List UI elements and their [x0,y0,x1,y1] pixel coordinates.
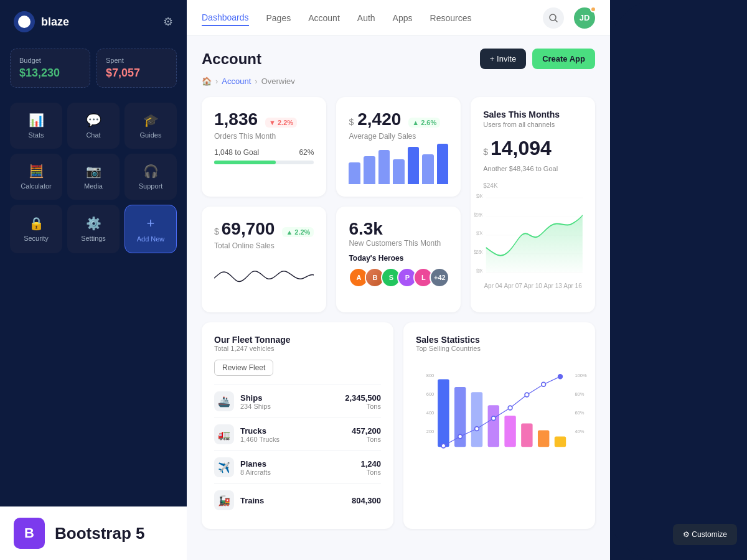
sidebar-item-calculator[interactable]: 🧮 Calculator [10,154,62,200]
fleet-row-trains: 🚂 Trains 804,300 [214,483,381,516]
sidebar-item-guides[interactable]: 🎓 Guides [125,103,177,149]
svg-text:$13.5K: $13.5K [474,249,483,254]
bar-chart-bar-3 [471,392,482,447]
sales-month-card: Sales This Months Users from all channel… [471,97,595,312]
nav-link-resources[interactable]: Resources [430,11,472,26]
right-panel: ⚙ Customize [610,0,747,560]
search-button[interactable] [543,7,564,29]
goal-label: 1,048 to Goal [214,148,259,157]
breadcrumb-current: Overwiev [261,77,295,86]
planes-sub: 8 Aircrafts [240,469,271,476]
wave-chart [214,256,314,300]
sales-month-value: 14,094 [491,137,552,160]
trucks-unit: Tons [352,436,381,443]
nav-grid: 📊 Stats 💬 Chat 🎓 Guides 🧮 Calculator 📷 M… [0,98,187,258]
nav-link-dashboards[interactable]: Dashboards [202,10,249,26]
line-chart-svg: $24K $20.5K $17K $13.5K $10K [483,192,583,279]
svg-point-19 [491,416,496,421]
bar-5 [408,147,420,184]
svg-text:600: 600 [426,391,435,397]
svg-text:200: 200 [426,429,435,434]
svg-text:$17K: $17K [476,230,482,236]
svg-point-22 [542,382,546,386]
online-sales-badge: ▲ 2.2% [282,227,314,237]
sales-month-subtitle: Users from all channels [483,121,583,128]
orders-change-badge: ▼ 2.2% [265,118,297,128]
progress-fill [214,161,276,164]
invite-button[interactable]: + Invite [480,49,526,69]
up-arrow-icon: ▲ [412,119,419,126]
create-app-button[interactable]: Create App [532,49,595,69]
dollar-prefix: $ [349,117,354,127]
sidebar-item-add-new[interactable]: + Add New [125,205,177,253]
right-panel-curve [610,0,747,560]
bootstrap-logo: B [14,518,45,549]
page-header: Account + Invite Create App [202,49,595,69]
app-name: blaze [41,16,69,29]
nav-link-pages[interactable]: Pages [266,11,291,26]
down-arrow-icon: ▼ [269,119,276,126]
breadcrumb-home: 🏠 [202,77,212,86]
ships-value: 2,345,500 [345,393,381,403]
svg-text:400: 400 [426,410,435,416]
bar-chart-bar-5 [504,416,515,447]
sidebar-item-security[interactable]: 🔒 Security [10,205,62,253]
daily-sales-card: $ 2,420 ▲ 2.6% Average Daily Sales [336,97,461,197]
sidebar-item-chat[interactable]: 💬 Chat [67,103,120,149]
svg-text:80%: 80% [575,391,584,397]
breadcrumb: 🏠 › Account › Overwiev [202,77,595,86]
svg-text:$10K: $10K [476,268,482,273]
nav-link-account[interactable]: Account [308,11,340,26]
fleet-row-trucks: 🚛 Trucks 1,460 Trucks 457,200 Tons [214,418,381,450]
logo-icon [14,11,35,32]
fleet-card: Our Fleet Tonnage Total 1,247 vehicles R… [202,322,393,529]
up-arrow-icon-2: ▲ [286,228,293,236]
bottom-row: Our Fleet Tonnage Total 1,247 vehicles R… [202,322,595,529]
breadcrumb-account[interactable]: Account [222,77,251,86]
online-sales-value: 69,700 [222,219,275,239]
budget-value: $13,230 [19,67,81,80]
bar-chart-bar-7 [538,430,549,447]
goal-pct: 62% [299,148,314,157]
sidebar-item-stats[interactable]: 📊 Stats [10,103,62,149]
nav-link-auth[interactable]: Auth [357,11,375,26]
sidebar-item-support[interactable]: 🎧 Support [125,154,177,200]
budget-cards: Budget $13,230 Spent $7,057 [0,44,187,98]
trains-icon: 🚂 [214,490,234,510]
spent-label: Spent [106,57,167,64]
stats-icon: 📊 [29,113,44,128]
svg-text:100%: 100% [575,373,587,378]
user-avatar[interactable]: JD [574,7,595,29]
page-actions: + Invite Create App [480,49,595,69]
sidebar-item-label: Security [24,235,49,242]
sidebar-item-label: Support [139,182,163,190]
svg-text:$20.5K: $20.5K [474,212,483,217]
media-icon: 📷 [86,164,101,179]
online-sales-dollar: $ [214,226,219,236]
new-customers-label: New Customers This Month [349,239,448,248]
nav-link-apps[interactable]: Apps [393,11,413,26]
sidebar-item-settings[interactable]: ⚙️ Settings [67,205,120,253]
review-fleet-button[interactable]: Review Fleet [214,360,273,376]
heroes-avatars: A B S P L +42 [349,268,448,287]
sales-line-chart: $24K $24K $20.5K $17K $13.5 [483,182,583,282]
logo-area: blaze [14,11,69,32]
heroes-section: Today's Heroes A B S P L +42 [349,254,448,287]
page-title: Account [202,50,261,68]
bar-6 [422,154,434,184]
sales-month-title: Sales This Months [483,110,583,119]
sidebar-item-media[interactable]: 📷 Media [67,154,120,200]
sales-stats-title: Sales Statistics [416,335,583,345]
bar-2 [364,156,375,184]
sidebar-menu-icon[interactable]: ⚙ [163,15,173,29]
sales-dollar: $ [483,147,488,157]
budget-label: Budget [19,57,81,64]
security-icon: 🔒 [29,216,44,231]
ships-sub: 234 Ships [240,403,271,410]
fleet-row-planes: ✈️ Planes 8 Aircrafts 1,240 Tons [214,450,381,483]
sidebar-item-label: Calculator [21,182,52,190]
customize-button[interactable]: ⚙ Customize [673,524,737,545]
notification-badge [590,6,596,12]
planes-unit: Tons [360,469,381,476]
chat-icon: 💬 [86,113,101,128]
